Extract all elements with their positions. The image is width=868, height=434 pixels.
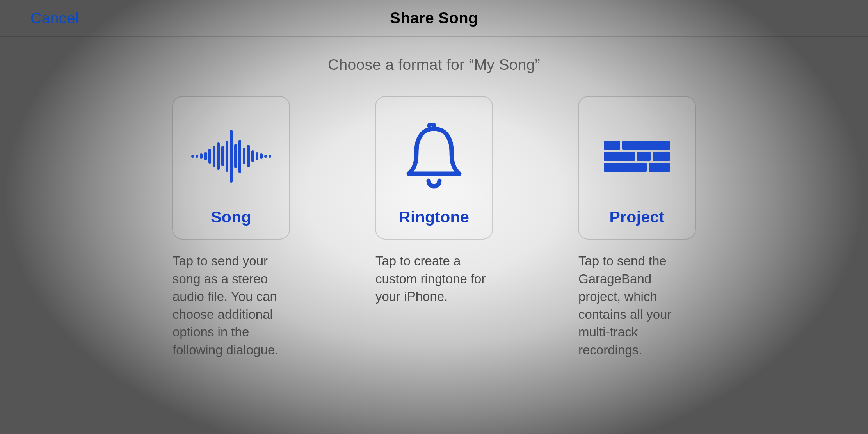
option-desc-ringtone: Tap to create a custom ringtone for your… bbox=[375, 252, 493, 306]
options-row: Song Tap to send your song as a stereo a… bbox=[0, 96, 868, 359]
option-label-ringtone: Ringtone bbox=[399, 208, 469, 226]
page-title: Share Song bbox=[390, 9, 478, 27]
option-card-song[interactable]: Song bbox=[172, 96, 290, 240]
bell-icon bbox=[403, 119, 465, 193]
cancel-button[interactable]: Cancel bbox=[30, 10, 79, 27]
option-desc-project: Tap to send the GarageBand project, whic… bbox=[578, 252, 695, 359]
option-col-project: Project Tap to send the GarageBand proje… bbox=[575, 96, 699, 359]
waveform-icon bbox=[191, 119, 271, 193]
option-col-song: Song Tap to send your song as a stereo a… bbox=[169, 96, 293, 359]
option-col-ringtone: Ringtone Tap to create a custom ringtone… bbox=[372, 96, 496, 359]
option-label-song: Song bbox=[211, 208, 251, 226]
option-label-project: Project bbox=[609, 208, 664, 226]
tracks-icon bbox=[604, 119, 670, 193]
option-card-ringtone[interactable]: Ringtone bbox=[375, 96, 493, 240]
header-bar: Cancel Share Song bbox=[0, 0, 868, 37]
format-prompt: Choose a format for “My Song” bbox=[0, 56, 868, 73]
option-desc-song: Tap to send your song as a stereo audio … bbox=[173, 252, 290, 359]
option-card-project[interactable]: Project bbox=[578, 96, 696, 240]
